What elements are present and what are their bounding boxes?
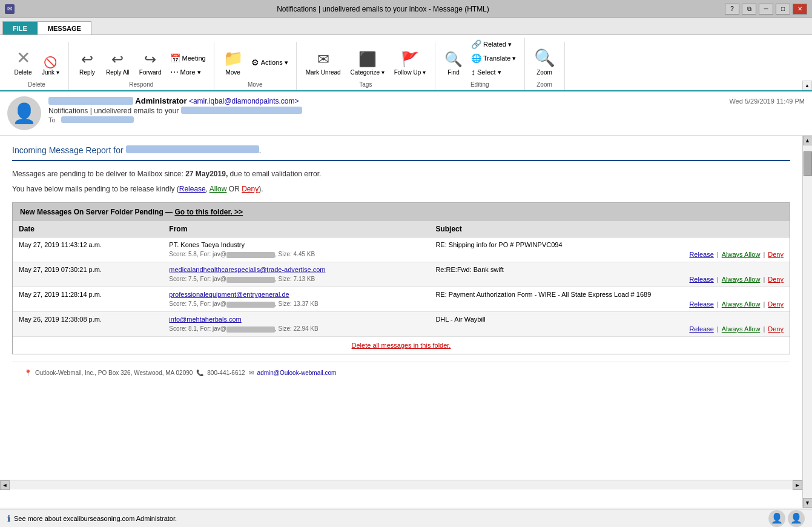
delete-group-buttons: ✕ Delete 🚫 Junk ▾ <box>10 45 64 79</box>
related-button[interactable]: 🔗 Related ▾ <box>468 38 520 51</box>
always-allow-link[interactable]: Always Allow <box>722 300 761 308</box>
delete-all-row: Delete all messages in this folder. <box>13 337 790 354</box>
reply-button[interactable]: ↩ Reply <box>74 48 101 79</box>
tab-file[interactable]: FILE <box>2 21 38 35</box>
action-sep-1: | <box>715 251 721 258</box>
always-allow-link[interactable]: Always Allow <box>722 251 761 258</box>
horizontal-scrollbar[interactable]: ◄ ► <box>0 480 802 489</box>
deny-link[interactable]: Deny <box>768 276 784 283</box>
cell-subject: RE: Shipping info for PO # PPWINPVC094Re… <box>429 237 790 262</box>
status-avatar-2[interactable]: 👤 <box>788 510 805 527</box>
respond-group-buttons: ↩ Reply ↩ Reply All ↪ Forward 📅 Meeting … <box>74 48 209 79</box>
delete-all-link[interactable]: Delete all messages in this folder. <box>352 342 451 349</box>
always-allow-link[interactable]: Always Allow <box>722 276 761 283</box>
always-allow-link[interactable]: Always Allow <box>722 325 761 333</box>
more-button[interactable]: ⋯ More ▾ <box>167 65 209 79</box>
scroll-thumb[interactable] <box>804 151 812 176</box>
minimize-button[interactable]: ─ <box>759 4 773 15</box>
footer-phone: 800-441-6612 <box>207 370 245 376</box>
release-link[interactable]: Release <box>689 276 713 283</box>
body-allow-link[interactable]: Allow <box>210 185 227 193</box>
subject-prefix: Notifications | undelivered emails to yo… <box>48 107 181 115</box>
footer-location-icon: 📍 <box>24 370 31 376</box>
scroll-up-button[interactable]: ▲ <box>803 136 813 145</box>
reply-label: Reply <box>79 69 95 76</box>
more-icon: ⋯ <box>170 67 179 77</box>
editing-group-label: Editing <box>440 81 520 88</box>
message-to: To <box>48 116 805 124</box>
message-subject: Notifications | undelivered emails to yo… <box>48 107 805 115</box>
restore-button[interactable]: ⧉ <box>742 4 756 15</box>
cell-subject: Re:RE:Fwd: Bank swiftRelease | Always Al… <box>429 262 790 287</box>
related-label: Related ▾ <box>483 41 512 48</box>
tab-message[interactable]: MESSAGE <box>38 21 91 35</box>
report-title: Incoming Message Report for . <box>12 145 790 161</box>
status-avatar-1[interactable]: 👤 <box>768 510 785 527</box>
mark-unread-icon: ✉ <box>317 51 329 68</box>
move-icon: 📁 <box>223 49 243 68</box>
release-link[interactable]: Release <box>689 325 713 333</box>
translate-button[interactable]: 🌐 Translate ▾ <box>468 51 520 65</box>
goto-folder-link[interactable]: Go to this folder. >> <box>174 208 243 216</box>
move-button[interactable]: 📁 Move <box>219 46 247 79</box>
action-links: Release | Always Allow | Deny <box>435 273 784 283</box>
from-link[interactable]: info@mehtaherbals.com <box>169 316 241 323</box>
to-blurred <box>61 116 134 123</box>
avatar-icon: 👤 <box>12 102 36 125</box>
email-body[interactable]: Incoming Message Report for . Messages a… <box>0 136 802 508</box>
junk-button[interactable]: 🚫 Junk ▾ <box>38 53 64 79</box>
followup-button[interactable]: 🚩 Follow Up ▾ <box>390 48 430 79</box>
zoom-button[interactable]: 🔍 Zoom <box>530 45 559 79</box>
find-button[interactable]: 🔍 Find <box>440 48 467 79</box>
from-link[interactable]: medicalandhealthcarespecialis@trade-adve… <box>169 266 325 273</box>
scroll-down-button[interactable]: ▼ <box>803 498 813 508</box>
from-link[interactable]: professionalequipment@entrygeneral.de <box>169 291 289 298</box>
action-links: Release | Always Allow | Deny <box>435 323 784 333</box>
ribbon-group-move: 📁 Move ⚙ Actions ▾ Move <box>214 42 297 90</box>
ribbon-expand-button[interactable]: ▲ <box>802 81 812 90</box>
close-button[interactable]: ✕ <box>793 4 807 15</box>
deny-link[interactable]: Deny <box>768 325 784 333</box>
body-or: OR <box>226 185 242 193</box>
status-info: ℹ See more about excaliburseasoning.com … <box>7 514 177 523</box>
junk-label: Junk ▾ <box>42 69 59 76</box>
reply-all-button[interactable]: ↩ Reply All <box>102 48 134 79</box>
ribbon-group-zoom: 🔍 Zoom Zoom <box>525 42 565 90</box>
actions-button[interactable]: ⚙ Actions ▾ <box>248 56 291 69</box>
release-link[interactable]: Release <box>689 251 713 258</box>
mark-unread-button[interactable]: ✉ Mark Unread <box>302 48 345 79</box>
help-button[interactable]: ? <box>725 4 739 15</box>
delete-button[interactable]: ✕ Delete <box>10 45 36 79</box>
table-header-row: Date From Subject <box>13 221 790 237</box>
meeting-button[interactable]: 📅 Meeting <box>167 51 209 65</box>
table-row: May 26, 2019 12:38:08 p.m.info@mehtaherb… <box>13 312 790 337</box>
vertical-scrollbar[interactable]: ▲ ▼ <box>802 136 812 508</box>
categorize-button[interactable]: ⬛ Categorize ▾ <box>346 48 389 79</box>
footer-email-link[interactable]: admin@Oulook-webmail.com <box>257 370 337 376</box>
body-suffix: ). <box>259 185 263 193</box>
release-link[interactable]: Release <box>689 300 713 308</box>
cell-from: info@mehtaherbals.comScore: 8.1, For: ja… <box>163 312 429 337</box>
body-deny-link[interactable]: Deny <box>242 185 259 193</box>
tab-bar: FILE MESSAGE <box>0 18 812 35</box>
maximize-button[interactable]: □ <box>776 4 790 15</box>
select-button[interactable]: ↕ Select ▾ <box>468 65 520 79</box>
categorize-label: Categorize ▾ <box>351 69 385 76</box>
scroll-left-button[interactable]: ◄ <box>0 480 10 490</box>
action-sep-1: | <box>715 300 721 308</box>
status-bar: ℹ See more about excaliburseasoning.com … <box>0 509 812 527</box>
footer-email-icon: ✉ <box>249 370 254 376</box>
tab-message-label: MESSAGE <box>48 25 81 32</box>
forward-button[interactable]: ↪ Forward <box>135 48 166 79</box>
email-footer: 📍 Outlook-Webmail, Inc., PO Box 326, Wes… <box>12 362 790 383</box>
cell-subject: RE: Payment Authorization Form - WIRE - … <box>429 287 790 312</box>
deny-link[interactable]: Deny <box>768 300 784 308</box>
cell-date: May 27, 2019 11:43:12 a.m. <box>13 237 163 262</box>
cell-from: professionalequipment@entrygeneral.deSco… <box>163 287 429 312</box>
deny-link[interactable]: Deny <box>768 251 784 258</box>
body-release-link[interactable]: Release <box>179 185 206 193</box>
delete-label: Delete <box>15 69 32 76</box>
body-line1-suffix: due to email validation error. <box>228 170 321 178</box>
scroll-right-button[interactable]: ► <box>793 480 802 490</box>
move-group-label: Move <box>219 81 291 88</box>
